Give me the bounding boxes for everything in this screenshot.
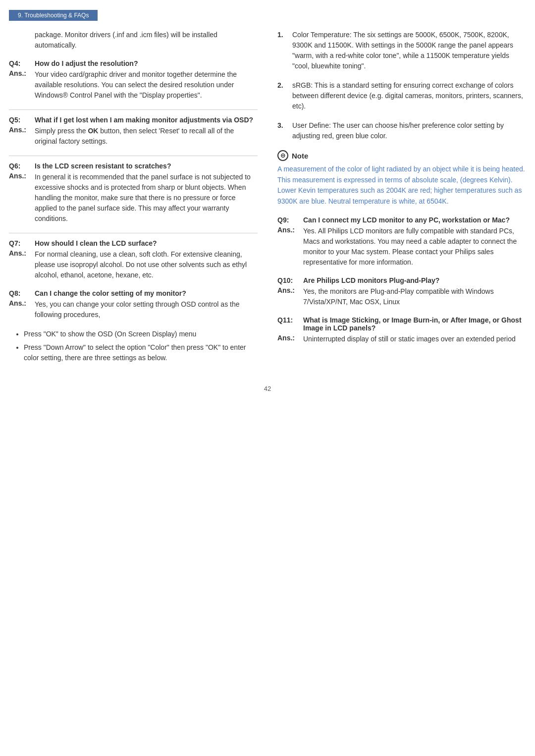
qa-q7: Q7: How should I clean the LCD surface? … — [9, 239, 258, 280]
q5-label: Q5: — [9, 116, 35, 124]
bullet-item-1: Press "OK" to show the OSD (On Screen Di… — [24, 329, 258, 339]
q4-ans-label: Ans.: — [9, 69, 35, 101]
q11-question-row: Q11: What is Image Sticking, or Image Bu… — [277, 316, 526, 332]
q4-ans-text: Your video card/graphic driver and monit… — [35, 69, 258, 101]
q4-answer-row: Ans.: Your video card/graphic driver and… — [9, 69, 258, 101]
q6-question-row: Q6: Is the LCD screen resistant to scrat… — [9, 162, 258, 170]
q10-ans-label: Ans.: — [277, 286, 303, 307]
note-label: Note — [292, 152, 308, 160]
qa-q10: Q10: Are Philips LCD monitors Plug-and-P… — [277, 276, 526, 307]
num-label-2: 2. — [277, 80, 292, 111]
q11-ans-label: Ans.: — [277, 334, 303, 344]
q8-label: Q8: — [9, 289, 35, 297]
num-text-3: User Define: The user can choose his/her… — [292, 120, 526, 141]
q7-ans-label: Ans.: — [9, 249, 35, 280]
q11-text: What is Image Sticking, or Image Burn-in… — [303, 316, 526, 332]
q7-ans-text: For normal cleaning, use a clean, soft c… — [35, 249, 258, 280]
q6-answer-row: Ans.: In general it is recommended that … — [9, 172, 258, 224]
q6-label: Q6: — [9, 162, 35, 170]
q6-ans-text: In general it is recommended that the pa… — [35, 172, 258, 224]
q9-answer-row: Ans.: Yes. All Philips LCD monitors are … — [277, 226, 526, 268]
right-column: 1. Color Temperature: The six settings a… — [272, 30, 526, 370]
qa-q11: Q11: What is Image Sticking, or Image Bu… — [277, 316, 526, 344]
num-text-2: sRGB: This is a standard setting for ens… — [292, 80, 526, 111]
q9-ans-label: Ans.: — [277, 226, 303, 268]
q11-answer-row: Ans.: Uninterrupted display of still or … — [277, 334, 526, 344]
q5-ans-text: Simply press the OK button, then select … — [35, 126, 258, 147]
q7-text: How should I clean the LCD surface? — [35, 239, 157, 247]
q4-question-row: Q4: How do I adjust the resolution? — [9, 59, 258, 67]
q9-ans-text: Yes. All Philips LCD monitors are fully … — [303, 226, 526, 268]
q10-text: Are Philips LCD monitors Plug-and-Play? — [303, 276, 439, 284]
page-number: 42 — [0, 385, 535, 392]
q7-label: Q7: — [9, 239, 35, 247]
note-header: ⊝ Note — [277, 150, 526, 161]
numbered-list: 1. Color Temperature: The six settings a… — [277, 30, 526, 141]
bullet-list: Press "OK" to show the OSD (On Screen Di… — [24, 329, 258, 363]
q9-question-row: Q9: Can I connect my LCD monitor to any … — [277, 216, 526, 224]
q5-answer-row: Ans.: Simply press the OK button, then s… — [9, 126, 258, 147]
q8-answer-row: Ans.: Yes, you can change your color set… — [9, 299, 258, 320]
qa-q6: Q6: Is the LCD screen resistant to scrat… — [9, 162, 258, 224]
note-icon: ⊝ — [277, 150, 288, 161]
num-label-1: 1. — [277, 30, 292, 71]
q4-label: Q4: — [9, 59, 35, 67]
note-text: A measurement of the color of light radi… — [277, 164, 526, 207]
qa-q9: Q9: Can I connect my LCD monitor to any … — [277, 216, 526, 268]
num-label-3: 3. — [277, 120, 292, 141]
num-text-1: Color Temperature: The six settings are … — [292, 30, 526, 71]
qa-q5: Q5: What if I get lost when I am making … — [9, 116, 258, 147]
two-column-layout: package. Monitor drivers (.inf and .icm … — [0, 30, 535, 370]
qa-q8: Q8: Can I change the color setting of my… — [9, 289, 258, 320]
divider-q4 — [9, 109, 258, 110]
q10-question-row: Q10: Are Philips LCD monitors Plug-and-P… — [277, 276, 526, 284]
q10-ans-text: Yes, the monitors are Plug-and-Play comp… — [303, 286, 526, 307]
q10-label: Q10: — [277, 276, 303, 284]
list-item-1: 1. Color Temperature: The six settings a… — [277, 30, 526, 71]
q5-question-row: Q5: What if I get lost when I am making … — [9, 116, 258, 124]
divider-q5 — [9, 156, 258, 156]
breadcrumb: 9. Troubleshooting & FAQs — [9, 10, 98, 21]
left-column: package. Monitor drivers (.inf and .icm … — [9, 30, 272, 370]
qa-q4: Q4: How do I adjust the resolution? Ans.… — [9, 59, 258, 101]
intro-text: package. Monitor drivers (.inf and .icm … — [35, 30, 258, 51]
q10-answer-row: Ans.: Yes, the monitors are Plug-and-Pla… — [277, 286, 526, 307]
q5-text: What if I get lost when I am making moni… — [35, 116, 253, 124]
q9-label: Q9: — [277, 216, 303, 224]
q4-text: How do I adjust the resolution? — [35, 59, 138, 67]
list-item-2: 2. sRGB: This is a standard setting for … — [277, 80, 526, 111]
q8-question-row: Q8: Can I change the color setting of my… — [9, 289, 258, 297]
note-box: ⊝ Note A measurement of the color of lig… — [277, 150, 526, 207]
page-container: 9. Troubleshooting & FAQs package. Monit… — [0, 10, 535, 392]
bullet-item-2: Press "Down Arrow" to select the option … — [24, 342, 258, 363]
q6-ans-label: Ans.: — [9, 172, 35, 224]
list-item-3: 3. User Define: The user can choose his/… — [277, 120, 526, 141]
q7-question-row: Q7: How should I clean the LCD surface? — [9, 239, 258, 247]
q9-text: Can I connect my LCD monitor to any PC, … — [303, 216, 510, 224]
q8-text: Can I change the color setting of my mon… — [35, 289, 186, 297]
q5-ans-label: Ans.: — [9, 126, 35, 147]
q8-ans-text: Yes, you can change your color setting t… — [35, 299, 258, 320]
q11-ans-text: Uninterrupted display of still or static… — [303, 334, 516, 344]
q11-label: Q11: — [277, 316, 303, 332]
q7-answer-row: Ans.: For normal cleaning, use a clean, … — [9, 249, 258, 280]
divider-q6 — [9, 233, 258, 233]
q6-text: Is the LCD screen resistant to scratches… — [35, 162, 171, 170]
q8-ans-label: Ans.: — [9, 299, 35, 320]
